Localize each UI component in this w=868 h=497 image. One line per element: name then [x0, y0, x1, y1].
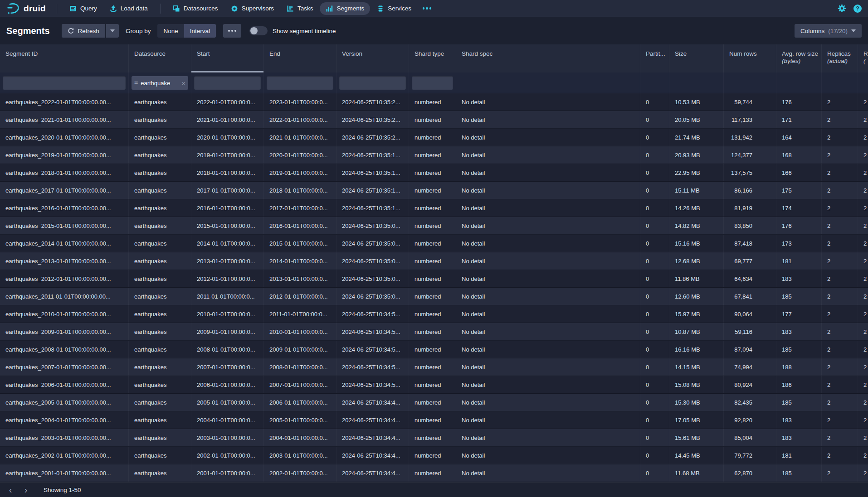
table-row[interactable]: earthquakes_2022-01-01T00:00:00.00... ea… [0, 93, 868, 111]
cell-size: 15.08 MB [669, 376, 724, 393]
table-row[interactable]: earthquakes_2006-01-01T00:00:00.00... ea… [0, 376, 868, 394]
nav-item-segments[interactable]: Segments [320, 2, 370, 15]
segments-icon [326, 5, 333, 12]
table-row[interactable]: earthquakes_2008-01-01T00:00:00.00... ea… [0, 341, 868, 358]
next-page-button[interactable]: › [18, 483, 34, 496]
column-size[interactable]: Size [669, 44, 724, 72]
segment-timeline-label: Show segment timeline [273, 28, 336, 34]
cell-segment-id: earthquakes_2002-01-01T00:00:00.00... [0, 447, 129, 464]
table-row[interactable]: earthquakes_2009-01-01T00:00:00.00... ea… [0, 323, 868, 341]
nav-item-query[interactable]: Query [63, 2, 103, 15]
column-partition[interactable]: Partit... [640, 44, 669, 72]
toolbar-more-button[interactable] [223, 24, 241, 38]
column-avg-row-size[interactable]: Avg. row size(bytes) [776, 44, 822, 72]
cell-size: 15.61 MB [669, 429, 724, 446]
cell-shard-spec: No detail [456, 464, 640, 482]
cell-shard-type: numbered [409, 129, 456, 146]
nav-item-datasources[interactable]: Datasources [167, 2, 224, 15]
table-row[interactable]: earthquakes_2016-01-01T00:00:00.00... ea… [0, 199, 868, 217]
datasource-filter-tag[interactable]: = earthquake × [132, 76, 188, 90]
table-row[interactable]: earthquakes_2007-01-01T00:00:00.00... ea… [0, 358, 868, 376]
nav-item-supervisors[interactable]: Supervisors [225, 2, 280, 15]
cell-partition: 0 [640, 252, 669, 270]
table-row[interactable]: earthquakes_2013-01-01T00:00:00.00... ea… [0, 252, 868, 270]
table-row[interactable]: earthquakes_2002-01-01T00:00:00.00... ea… [0, 447, 868, 464]
logo-text: druid [24, 4, 46, 14]
column-replication-factor[interactable]: R( [858, 44, 868, 72]
cell-shard-type: numbered [409, 164, 456, 181]
cell-replication-factor: 2 [858, 376, 868, 393]
table-row[interactable]: earthquakes_2012-01-01T00:00:00.00... ea… [0, 270, 868, 288]
column-segment-id[interactable]: Segment ID [0, 44, 129, 72]
shard-type-filter-input[interactable] [412, 76, 453, 90]
cell-num-rows: 83,850 [724, 217, 776, 234]
cell-partition: 0 [640, 182, 669, 199]
refresh-options-button[interactable] [106, 24, 119, 38]
group-by-none-button[interactable]: None [157, 24, 184, 38]
column-version[interactable]: Version [336, 44, 409, 72]
segments-toolbar: Segments Refresh Group by None Interval … [0, 17, 868, 44]
cell-shard-type: numbered [409, 376, 456, 393]
table-row[interactable]: earthquakes_2004-01-01T00:00:00.00... ea… [0, 411, 868, 429]
chevron-down-icon [851, 29, 856, 32]
cell-start: 2015-01-01T00:00:0... [191, 217, 264, 234]
group-by-interval-button[interactable]: Interval [184, 24, 216, 38]
nav-item-label: Services [388, 5, 411, 12]
cell-num-rows: 117,133 [724, 111, 776, 128]
nav-item-load-data[interactable]: Load data [104, 2, 154, 15]
segment-timeline-toggle[interactable] [249, 26, 268, 35]
cell-start: 2019-01-01T00:00:0... [191, 146, 264, 164]
cell-size: 22.95 MB [669, 164, 724, 181]
start-filter-input[interactable] [194, 76, 261, 90]
nav-item-services[interactable]: Services [371, 2, 417, 15]
columns-label: Columns [800, 28, 824, 34]
table-row[interactable]: earthquakes_2014-01-01T00:00:00.00... ea… [0, 235, 868, 252]
cell-end: 2013-01-01T00:00:0... [264, 270, 336, 287]
column-num-rows[interactable]: Num rows [724, 44, 776, 72]
column-shard-type[interactable]: Shard type [409, 44, 456, 72]
refresh-button[interactable]: Refresh [62, 24, 105, 38]
help-icon[interactable]: ? [853, 5, 862, 13]
druid-logo[interactable]: druid [6, 2, 50, 15]
table-row[interactable]: earthquakes_2003-01-01T00:00:00.00... ea… [0, 429, 868, 447]
cell-replication-factor: 2 [858, 288, 868, 305]
cell-partition: 0 [640, 305, 669, 323]
table-row[interactable]: earthquakes_2017-01-01T00:00:00.00... ea… [0, 182, 868, 199]
table-row[interactable]: earthquakes_2020-01-01T00:00:00.00... ea… [0, 129, 868, 146]
cell-replication-factor: 2 [858, 111, 868, 128]
table-row[interactable]: earthquakes_2019-01-01T00:00:00.00... ea… [0, 146, 868, 164]
version-filter-input[interactable] [339, 76, 406, 90]
datasource-filter-value: earthquake [141, 80, 170, 87]
clear-filter-icon[interactable]: × [181, 79, 185, 87]
columns-button[interactable]: Columns (17/20) [795, 24, 862, 38]
column-end[interactable]: End [264, 44, 336, 72]
table-row[interactable]: earthquakes_2018-01-01T00:00:00.00... ea… [0, 164, 868, 182]
column-replicas[interactable]: Replicas(actual) [822, 44, 858, 72]
table-row[interactable]: earthquakes_2021-01-01T00:00:00.00... ea… [0, 111, 868, 129]
segment-id-filter-input[interactable] [3, 76, 126, 90]
cell-datasource: earthquakes [129, 411, 191, 429]
cell-size: 15.30 MB [669, 394, 724, 411]
prev-page-button[interactable]: ‹ [3, 483, 18, 496]
cell-partition: 0 [640, 376, 669, 393]
nav-more-button[interactable] [418, 5, 436, 12]
cell-replication-factor: 2 [858, 323, 868, 340]
column-shard-spec[interactable]: Shard spec [456, 44, 640, 72]
column-datasource[interactable]: Datasource [129, 44, 191, 72]
column-start[interactable]: Start [191, 44, 264, 72]
cell-start: 2012-01-01T00:00:0... [191, 270, 264, 287]
cell-version: 2024-06-25T10:35:1... [336, 182, 409, 199]
table-row[interactable]: earthquakes_2011-01-01T00:00:00.00... ea… [0, 288, 868, 305]
cell-datasource: earthquakes [129, 394, 191, 411]
cell-datasource: earthquakes [129, 429, 191, 446]
cell-size: 10.87 MB [669, 323, 724, 340]
table-row[interactable]: earthquakes_2005-01-01T00:00:00.00... ea… [0, 394, 868, 411]
table-row[interactable]: earthquakes_2015-01-01T00:00:00.00... ea… [0, 217, 868, 235]
table-row[interactable]: earthquakes_2001-01-01T00:00:00.00... ea… [0, 464, 868, 482]
cell-avg-row-size: 176 [776, 217, 822, 234]
end-filter-input[interactable] [267, 76, 333, 90]
gear-icon[interactable] [838, 4, 846, 13]
cell-avg-row-size: 183 [776, 323, 822, 340]
table-row[interactable]: earthquakes_2010-01-01T00:00:00.00... ea… [0, 305, 868, 323]
nav-item-tasks[interactable]: Tasks [281, 2, 319, 15]
